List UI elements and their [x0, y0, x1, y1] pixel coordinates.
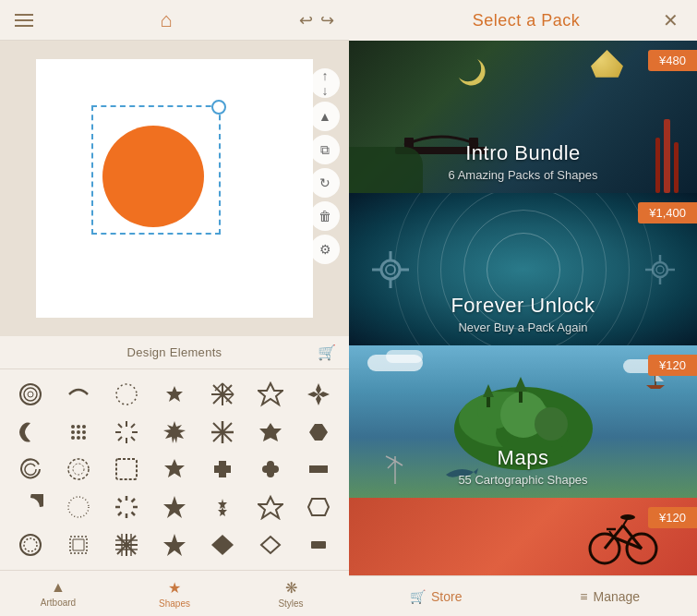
shape-cell[interactable] [7, 452, 54, 488]
svg-point-13 [77, 425, 80, 429]
rotate-button[interactable]: ↻ [310, 168, 340, 198]
svg-point-18 [71, 436, 75, 440]
svg-line-48 [132, 499, 136, 502]
undo-button[interactable]: ↩ [299, 10, 313, 30]
shape-cell[interactable] [55, 377, 102, 413]
pack-text-2: Forever Unlock Never Buy a Pack Again [349, 283, 697, 345]
svg-point-52 [24, 538, 37, 551]
svg-line-49 [118, 513, 122, 516]
shape-cell[interactable] [103, 377, 150, 413]
right-bottom-tabs: 🛒 Store ≡ Manage [349, 575, 697, 616]
svg-point-17 [82, 430, 86, 434]
shape-cell[interactable] [151, 415, 198, 451]
svg-point-15 [71, 430, 75, 434]
svg-point-101 [620, 514, 635, 520]
shape-cell[interactable] [199, 415, 246, 451]
right-panel: Select a Pack ✕ [349, 0, 697, 616]
svg-point-68 [381, 260, 400, 279]
align-top-button[interactable]: ↑↓ [310, 68, 340, 98]
close-button[interactable]: ✕ [663, 9, 679, 31]
shape-cell[interactable] [247, 526, 294, 562]
svg-line-47 [132, 513, 136, 516]
pack-text-1: Intro Bundle 6 Amazing Packs of Shapes [349, 130, 697, 193]
shape-cell[interactable] [7, 489, 54, 525]
store-label: Store [431, 589, 462, 604]
shape-cell[interactable] [55, 415, 102, 451]
shape-cell[interactable] [151, 526, 198, 562]
shape-selection[interactable] [91, 105, 221, 235]
shape-cell[interactable] [199, 526, 246, 562]
pack-item-maps[interactable]: ¥120 Maps 55 Cartographic Shapes [349, 345, 697, 498]
svg-point-1 [24, 388, 37, 401]
shape-cell[interactable] [7, 415, 54, 451]
svg-point-16 [77, 430, 80, 434]
svg-point-12 [71, 425, 75, 429]
price-badge-4: ¥120 [648, 507, 697, 528]
shape-cell[interactable] [103, 526, 150, 562]
shape-cell[interactable] [199, 452, 246, 488]
shape-cell[interactable] [55, 452, 102, 488]
cart-icon[interactable]: 🛒 [318, 344, 336, 361]
svg-marker-89 [514, 377, 527, 392]
shape-cell[interactable] [55, 489, 102, 525]
shape-cell[interactable] [247, 452, 294, 488]
tab-styles[interactable]: ❋ Styles [233, 571, 349, 616]
redo-button[interactable]: ↪ [320, 10, 334, 30]
shapes-icon: ★ [168, 579, 181, 597]
tab-shapes[interactable]: ★ Shapes [116, 571, 233, 616]
shape-cell[interactable] [295, 415, 342, 451]
svg-rect-37 [219, 461, 226, 477]
svg-point-69 [386, 265, 395, 274]
artboard-icon: ▲ [51, 579, 66, 596]
svg-point-41 [68, 497, 89, 517]
shape-cell[interactable] [151, 452, 198, 488]
orange-circle-shape[interactable] [102, 126, 204, 227]
svg-rect-64 [311, 541, 326, 549]
pack-item-forever-unlock[interactable]: ¥1,400 Forever Unlock Never Buy a Pack A… [349, 193, 697, 345]
pack-item-intro-bundle[interactable]: ¥480 Intro Bundle 6 Amazing Packs of Sha… [349, 41, 697, 193]
app-logo: ⌂ [160, 8, 172, 32]
shape-cell[interactable] [7, 526, 54, 562]
shape-cell[interactable] [295, 526, 342, 562]
align-button[interactable]: ▲ [310, 102, 340, 131]
shape-cell[interactable] [247, 377, 294, 413]
shape-cell[interactable] [199, 489, 246, 525]
shape-cell[interactable] [199, 377, 246, 413]
styles-icon: ❋ [285, 579, 297, 597]
store-tab[interactable]: 🛒 Store [349, 576, 523, 616]
svg-marker-54 [73, 539, 84, 550]
settings-button[interactable]: ⚙ [310, 235, 340, 264]
svg-marker-63 [163, 534, 186, 556]
top-toolbar: ⌂ ↩ ↪ [0, 0, 349, 41]
selection-handle-tr[interactable] [211, 100, 226, 115]
shape-cell[interactable] [151, 489, 198, 525]
delete-button[interactable]: 🗑 [310, 201, 340, 231]
shape-cell[interactable] [7, 377, 54, 413]
shape-cell[interactable] [295, 489, 342, 525]
svg-line-28 [118, 437, 122, 441]
store-icon: 🛒 [410, 589, 426, 604]
duplicate-button[interactable]: ⧉ [310, 135, 340, 164]
menu-button[interactable] [15, 14, 33, 27]
svg-line-27 [131, 424, 135, 428]
canvas-white[interactable] [36, 59, 313, 318]
manage-label: Manage [594, 589, 641, 604]
manage-tab[interactable]: ≡ Manage [523, 576, 698, 616]
shape-cell[interactable] [247, 415, 294, 451]
svg-point-14 [82, 425, 86, 429]
shape-cell[interactable] [295, 452, 342, 488]
shape-cell[interactable] [55, 526, 102, 562]
shape-cell[interactable] [151, 377, 198, 413]
pack-item-transport[interactable]: ¥120 [349, 498, 697, 575]
tab-artboard[interactable]: ▲ Artboard [0, 571, 116, 616]
shape-cell[interactable] [247, 489, 294, 525]
left-panel: ⌂ ↩ ↪ ↑↓ ▲ ⧉ ↻ 🗑 ⚙ Design Elements 🛒 [0, 0, 349, 616]
shape-cell[interactable] [295, 377, 342, 413]
svg-rect-88 [519, 390, 523, 403]
shape-cell[interactable] [103, 489, 150, 525]
shapes-grid [0, 369, 349, 570]
svg-point-20 [82, 436, 86, 440]
shape-cell[interactable] [103, 415, 150, 451]
shape-cell[interactable] [103, 452, 150, 488]
svg-line-46 [118, 499, 122, 502]
